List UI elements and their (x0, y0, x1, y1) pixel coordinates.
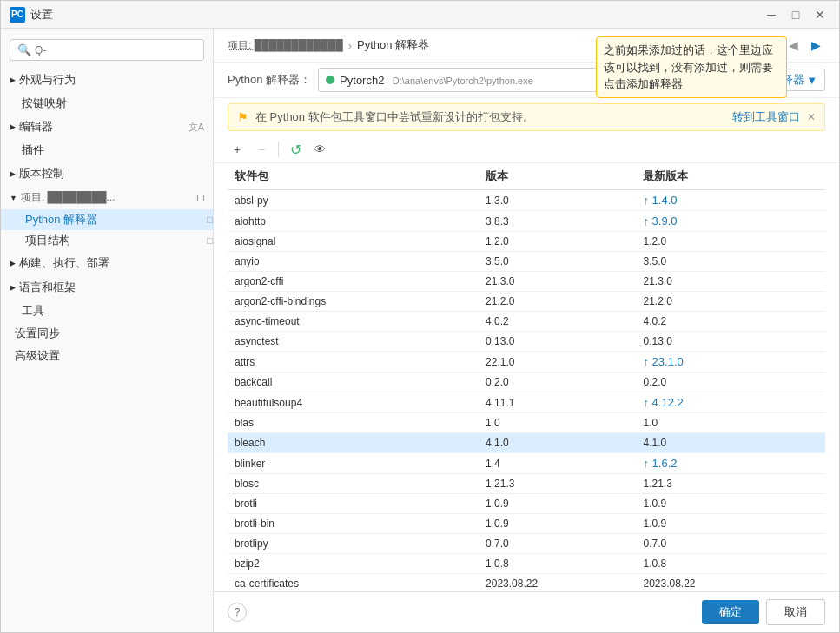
table-row[interactable]: asynctest0.13.00.13.0 (228, 332, 825, 352)
table-row[interactable]: brotli1.0.91.0.9 (228, 494, 825, 514)
window-title: 设置 (30, 7, 53, 23)
package-name: ca-certificates (228, 574, 479, 592)
ok-button[interactable]: 确定 (702, 600, 759, 624)
table-row[interactable]: brotlipy0.7.00.7.0 (228, 534, 825, 554)
chevron-right-icon: ▶ (10, 259, 16, 267)
packages-table: 软件包 版本 最新版本 absl-py1.3.0↑ 1.4.0aiohttp3.… (228, 163, 825, 591)
table-row[interactable]: bleach4.1.04.1.0 (228, 433, 825, 453)
table-row[interactable]: async-timeout4.0.24.0.2 (228, 312, 825, 332)
package-version: 3.5.0 (479, 252, 636, 272)
table-row[interactable]: blinker1.4↑ 1.6.2 (228, 453, 825, 474)
table-row[interactable]: blosc1.21.31.21.3 (228, 474, 825, 494)
breadcrumb-project[interactable]: 项目: ████████████ (228, 38, 343, 53)
minimize-button[interactable]: ─ (761, 4, 782, 25)
annotation-tooltip-1: 之前如果添加过的话，这个里边应该可以找到，没有添加过，则需要点击添加解释器 (596, 36, 787, 98)
search-icon: 🔍 (17, 43, 31, 56)
annotation-text-1: 之前如果添加过的话，这个里边应该可以找到，没有添加过，则需要点击添加解释器 (604, 43, 773, 90)
maximize-button[interactable]: □ (785, 4, 806, 25)
package-version: 1.0.9 (479, 494, 636, 514)
col-header-version: 版本 (479, 163, 636, 190)
sidebar-icon: □ (207, 214, 213, 225)
package-latest-version: 0.2.0 (636, 373, 825, 392)
col-header-name: 软件包 (228, 163, 479, 190)
sidebar-item-vcs[interactable]: ▶ 版本控制 (1, 162, 213, 186)
notice-link[interactable]: 转到工具窗口 (732, 109, 800, 125)
table-row[interactable]: argon2-cffi-bindings21.2.021.2.0 (228, 292, 825, 312)
table-row[interactable]: ca-certificates2023.08.222023.08.22 (228, 574, 825, 592)
package-name: brotli-bin (228, 514, 479, 534)
package-version: 1.4 (479, 453, 636, 474)
sidebar-item-keymap[interactable]: 按键映射 (1, 92, 213, 115)
package-version: 21.3.0 (479, 272, 636, 292)
package-name: blosc (228, 474, 479, 494)
sidebar-item-language[interactable]: ▶ 语言和框架 (1, 275, 213, 300)
reload-button[interactable]: ↺ (286, 140, 305, 159)
table-row[interactable]: aiosignal1.2.01.2.0 (228, 232, 825, 252)
sidebar: 🔍 ▶ 外观与行为 按键映射 ▶ 编辑器 文A 插件 (1, 29, 214, 632)
package-latest-version: 21.2.0 (636, 292, 825, 312)
sidebar-item-appearance[interactable]: ▶ 外观与行为 (1, 68, 213, 92)
translate-icon: 文A (189, 121, 204, 134)
sidebar-item-plugins[interactable]: 插件 (1, 139, 213, 162)
search-input[interactable] (35, 44, 196, 56)
sidebar-item-project-structure[interactable]: 项目结构 □ (1, 230, 213, 251)
main-content: 🔍 ▶ 外观与行为 按键映射 ▶ 编辑器 文A 插件 (1, 29, 839, 632)
sidebar-item-settings-sync[interactable]: 设置同步 (1, 322, 213, 345)
package-latest-version: 2023.08.22 (636, 574, 825, 592)
package-version: 1.2.0 (479, 232, 636, 252)
table-row[interactable]: backcall0.2.00.2.0 (228, 373, 825, 392)
table-row[interactable]: bzip21.0.81.0.8 (228, 554, 825, 574)
forward-button[interactable]: ▶ (806, 36, 825, 55)
package-version: 0.7.0 (479, 534, 636, 554)
table-row[interactable]: attrs22.1.0↑ 23.1.0 (228, 352, 825, 373)
package-version: 1.21.3 (479, 474, 636, 494)
package-name: argon2-cffi-bindings (228, 292, 479, 312)
table-body: absl-py1.3.0↑ 1.4.0aiohttp3.8.3↑ 3.9.0ai… (228, 190, 825, 592)
table-row[interactable]: absl-py1.3.0↑ 1.4.0 (228, 190, 825, 211)
package-version: 1.0.8 (479, 554, 636, 574)
package-latest-version: 21.3.0 (636, 272, 825, 292)
cancel-button[interactable]: 取消 (766, 599, 825, 625)
package-name: backcall (228, 373, 479, 392)
sidebar-item-label: 高级设置 (15, 348, 60, 364)
sidebar-item-build[interactable]: ▶ 构建、执行、部署 (1, 251, 213, 275)
sidebar-item-editor[interactable]: ▶ 编辑器 文A (1, 115, 213, 139)
package-latest-version: 1.0.9 (636, 494, 825, 514)
package-latest-version: 3.5.0 (636, 252, 825, 272)
add-package-button[interactable]: + (228, 140, 247, 159)
package-version: 4.11.1 (479, 392, 636, 413)
show-all-button[interactable]: 👁 (310, 140, 329, 159)
interpreter-label: Python 解释器： (228, 72, 311, 88)
notice-close-button[interactable]: ✕ (807, 111, 816, 123)
close-button[interactable]: ✕ (810, 4, 830, 25)
package-name: async-timeout (228, 312, 479, 332)
sidebar-item-label: 插件 (22, 142, 44, 158)
package-version: 3.8.3 (479, 211, 636, 232)
breadcrumb-separator: › (348, 39, 352, 52)
sidebar-item-project[interactable]: ▼ 项目: ████████... □ (1, 186, 213, 209)
table-row[interactable]: aiohttp3.8.3↑ 3.9.0 (228, 211, 825, 232)
sidebar-item-advanced[interactable]: 高级设置 (1, 345, 213, 367)
package-name: absl-py (228, 190, 479, 211)
remove-package-button[interactable]: − (252, 140, 271, 159)
package-version: 1.0 (479, 413, 636, 433)
package-version: 1.0.9 (479, 514, 636, 534)
chevron-right-icon: ▶ (10, 169, 16, 178)
sidebar-item-label: 按键映射 (22, 96, 67, 111)
sidebar-item-tools[interactable]: 工具 (1, 300, 213, 322)
table-row[interactable]: argon2-cffi21.3.021.3.0 (228, 272, 825, 292)
table-row[interactable]: blas1.01.0 (228, 413, 825, 433)
sidebar-item-python-interpreter[interactable]: Python 解释器 □ (1, 209, 213, 230)
sidebar-item-label: Python 解释器 (25, 212, 97, 227)
col-header-latest: 最新版本 (636, 163, 825, 190)
sidebar-item-label: 构建、执行、部署 (19, 255, 109, 271)
help-button[interactable]: ? (228, 603, 247, 622)
table-row[interactable]: brotli-bin1.0.91.0.9 (228, 514, 825, 534)
toolbar: + − ↺ 👁 (214, 136, 839, 163)
search-box[interactable]: 🔍 (10, 39, 204, 61)
package-name: blinker (228, 453, 479, 474)
chevron-right-icon: ▶ (10, 76, 16, 84)
table-row[interactable]: beautifulsoup44.11.1↑ 4.12.2 (228, 392, 825, 413)
sidebar-item-label: 项目结构 (25, 233, 70, 248)
table-row[interactable]: anyio3.5.03.5.0 (228, 252, 825, 272)
